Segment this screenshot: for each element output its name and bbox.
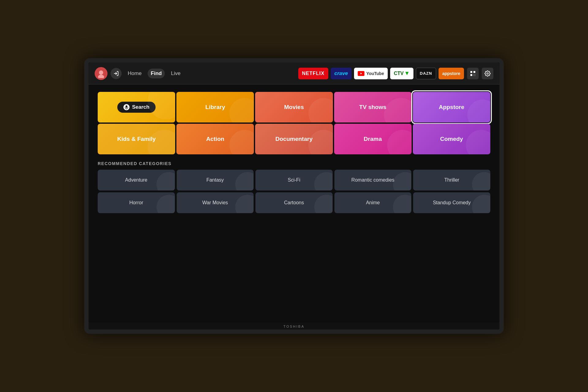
tile-appstore[interactable]: Appstore: [413, 92, 490, 123]
nav-live[interactable]: Live: [168, 69, 183, 78]
rec-romantic[interactable]: Romantic comedies: [334, 170, 412, 190]
recommended-section: RECOMMENDED CATEGORIES Adventure Fantasy…: [98, 161, 490, 213]
rec-fantasy[interactable]: Fantasy: [177, 170, 254, 190]
category-grid: Search Library Movies TV shows: [98, 92, 490, 154]
tile-drama[interactable]: Drama: [334, 124, 412, 154]
svg-rect-5: [473, 71, 475, 73]
tv-screen: Home Find Live NETFLIX crave YouTub: [89, 62, 499, 323]
svg-rect-6: [470, 74, 472, 76]
svg-rect-4: [470, 71, 472, 73]
avatar[interactable]: [95, 67, 107, 80]
svg-marker-3: [360, 73, 362, 74]
rec-scifi[interactable]: Sci-Fi: [255, 170, 333, 190]
youtube-app[interactable]: YouTube: [354, 68, 388, 79]
rec-standup[interactable]: Standup Comedy: [413, 192, 490, 213]
settings-icon[interactable]: [482, 68, 493, 79]
tv-brand: TOSHIBA: [89, 323, 499, 330]
youtube-play-icon: [358, 71, 364, 76]
appstore-nav-app[interactable]: appstore: [439, 68, 464, 79]
rec-horror[interactable]: Horror: [98, 192, 175, 213]
rec-adventure[interactable]: Adventure: [98, 170, 175, 190]
rec-war[interactable]: War Movies: [177, 192, 254, 213]
mic-icon: [123, 104, 130, 110]
recommended-title: RECOMMENDED CATEGORIES: [98, 161, 490, 166]
svg-point-1: [98, 75, 104, 78]
nav-bar: Home Find Live NETFLIX crave YouTub: [89, 62, 499, 85]
ctv-app[interactable]: C TV ▼: [390, 68, 413, 79]
netflix-app[interactable]: NETFLIX: [298, 68, 328, 79]
nav-home[interactable]: Home: [125, 69, 145, 78]
svg-point-10: [487, 73, 488, 74]
tile-tvshows[interactable]: TV shows: [334, 92, 412, 123]
tile-search[interactable]: Search: [98, 92, 175, 123]
nav-apps: NETFLIX crave YouTube C TV ▼: [298, 68, 464, 79]
grid-icon[interactable]: [467, 68, 479, 79]
tile-library[interactable]: Library: [176, 92, 254, 123]
tile-comedy[interactable]: Comedy: [413, 124, 490, 154]
tile-documentary[interactable]: Documentary: [255, 124, 333, 154]
svg-point-0: [99, 70, 103, 75]
rec-thriller[interactable]: Thriller: [413, 170, 490, 190]
rec-cartoons[interactable]: Cartoons: [255, 192, 333, 213]
signin-icon[interactable]: [111, 68, 122, 79]
recommended-grid: Adventure Fantasy Sci-Fi Romantic comedi…: [98, 170, 490, 213]
tile-kids[interactable]: Kids & Family: [98, 124, 175, 154]
crave-app[interactable]: crave: [331, 68, 352, 79]
main-content: Search Library Movies TV shows: [89, 85, 499, 323]
tv-frame: Home Find Live NETFLIX crave YouTub: [84, 58, 504, 334]
svg-rect-11: [126, 105, 127, 108]
tile-action[interactable]: Action: [176, 124, 254, 154]
rec-anime[interactable]: Anime: [334, 192, 412, 213]
tile-movies[interactable]: Movies: [255, 92, 333, 123]
dazn-app[interactable]: DAZN: [416, 68, 436, 79]
nav-find[interactable]: Find: [148, 69, 165, 78]
